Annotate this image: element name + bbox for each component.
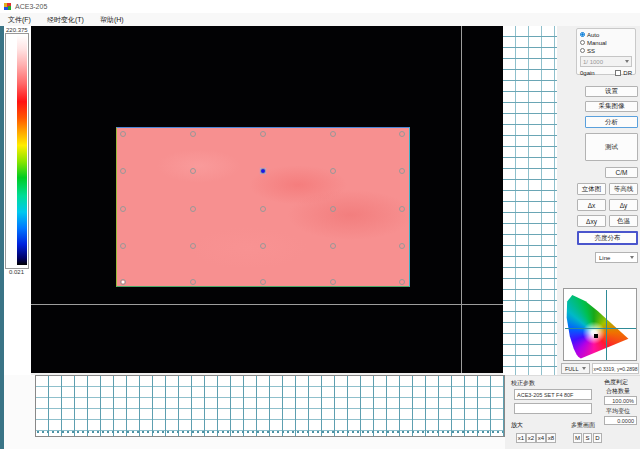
measure-point-marker xyxy=(120,279,126,285)
chroma-judge-label: 色度判定 xyxy=(604,378,628,387)
chevron-down-icon xyxy=(582,367,586,370)
avg-shift-label: 平均变位 xyxy=(606,407,630,416)
section-line-horizontal[interactable] xyxy=(31,304,503,305)
measure-point-marker xyxy=(120,168,126,174)
shutter-speed-value: 1/ 1000 xyxy=(583,59,603,65)
cie-diagram[interactable] xyxy=(563,288,637,361)
calibration-value-field-2[interactable] xyxy=(514,403,592,414)
section-line-vertical[interactable] xyxy=(461,26,462,373)
contour-button[interactable]: 等高线 xyxy=(609,183,638,195)
multi-m-button[interactable]: M xyxy=(573,433,582,443)
bottom-panel: 校正参数 ACE3-205 SET F4 80F 放大 x1 x2 x4 x8 … xyxy=(505,375,640,449)
cie-measured-point xyxy=(594,334,598,338)
avg-shift-value: 0.0000 xyxy=(604,416,637,425)
bottom-grid-ticks xyxy=(37,431,503,433)
colorbar-strip: 220.375 0.021 xyxy=(4,26,31,375)
gain-row: 0gain DR xyxy=(580,70,632,76)
menu-temporal-change[interactable]: 经时变化(T) xyxy=(39,13,92,26)
measure-point-marker xyxy=(330,168,336,174)
window-title: ACE3-205 xyxy=(15,3,47,10)
measure-point-marker xyxy=(330,206,336,212)
delta-y-button[interactable]: Δy xyxy=(609,199,638,211)
side-data-grid xyxy=(503,26,557,375)
capture-image-button[interactable]: 采集图像 xyxy=(585,101,638,112)
measure-point-marker xyxy=(399,168,405,174)
measured-panel-image[interactable] xyxy=(116,127,410,287)
analyze-button[interactable]: 分析 xyxy=(585,116,638,128)
measure-point-marker xyxy=(260,206,266,212)
chevron-down-icon xyxy=(630,256,634,259)
color-temp-button[interactable]: 色温 xyxy=(609,215,638,227)
measure-point-marker xyxy=(190,131,196,137)
zoom-x2-button[interactable]: x2 xyxy=(526,433,536,443)
radio-ss-label: SS xyxy=(587,48,595,54)
radio-row-manual[interactable]: Manual xyxy=(580,39,632,46)
measure-point-marker xyxy=(190,243,196,249)
measure-point-marker xyxy=(190,279,196,285)
radio-ss[interactable] xyxy=(580,48,585,53)
measure-point-marker xyxy=(260,131,266,137)
menu-file[interactable]: 文件(F) xyxy=(0,13,39,26)
zoom-x4-button[interactable]: x4 xyxy=(536,433,546,443)
cie-horseshoe xyxy=(566,290,634,359)
delta-xy-button[interactable]: Δxy xyxy=(577,215,606,227)
measure-point-marker xyxy=(120,243,126,249)
bottom-data-grid[interactable] xyxy=(35,375,505,437)
dr-checkbox[interactable] xyxy=(615,70,621,76)
multi-s-button[interactable]: S xyxy=(583,433,592,443)
settings-button[interactable]: 设置 xyxy=(585,86,638,97)
luminance-distribution-button[interactable]: 亮度分布 xyxy=(577,231,638,245)
zoom-x8-button[interactable]: x8 xyxy=(546,433,556,443)
radio-auto[interactable] xyxy=(580,32,585,37)
exposure-groupbox: Auto Manual SS 1/ 1000 0gain DR xyxy=(576,28,636,75)
measure-point-marker xyxy=(330,243,336,249)
control-panel: Auto Manual SS 1/ 1000 0gain DR 设置 采集图像 … xyxy=(557,26,640,375)
cie-coords-readout: x=0.3319, y=0.2898 xyxy=(592,363,639,374)
gain-label: 0gain xyxy=(580,70,595,76)
calibration-label: 校正参数 xyxy=(511,379,535,388)
menu-bar: 文件(F) 经时变化(T) 帮助(H) xyxy=(0,13,640,27)
radio-row-ss[interactable]: SS xyxy=(580,47,632,54)
measure-point-marker xyxy=(190,168,196,174)
measure-point-marker xyxy=(330,279,336,285)
radio-auto-label: Auto xyxy=(587,32,599,38)
colorbar-gradient xyxy=(17,35,27,265)
measure-point-marker xyxy=(399,206,405,212)
measure-point-marker xyxy=(120,206,126,212)
measure-point-marker xyxy=(399,279,405,285)
shutter-speed-select[interactable]: 1/ 1000 xyxy=(580,56,632,67)
cie-crosshair-vertical xyxy=(606,290,607,360)
measure-point-marker xyxy=(330,131,336,137)
dr-label: DR xyxy=(623,70,632,76)
app-icon xyxy=(4,3,11,10)
stereo-view-button[interactable]: 立体图 xyxy=(577,183,606,195)
cie-crosshair-horizontal xyxy=(565,328,636,329)
title-bar: ACE3-205 xyxy=(0,0,640,14)
line-mode-value: Line xyxy=(599,255,610,261)
measure-point-marker xyxy=(399,131,405,137)
measure-point-marker xyxy=(190,206,196,212)
multi-d-button[interactable]: D xyxy=(593,433,602,443)
cie-range-select[interactable]: FULL xyxy=(561,363,590,374)
radio-manual[interactable] xyxy=(580,40,585,45)
delta-x-button[interactable]: Δx xyxy=(577,199,606,211)
app-window: ACE3-205 文件(F) 经时变化(T) 帮助(H) 220.375 0.0… xyxy=(0,0,640,449)
radio-manual-label: Manual xyxy=(587,40,607,46)
calibration-value-field[interactable]: ACE3-205 SET F4 80F xyxy=(514,389,592,400)
measure-point-marker xyxy=(399,243,405,249)
pass-count-value: 100.00% xyxy=(604,396,637,405)
colorbar xyxy=(5,33,29,269)
line-mode-select[interactable]: Line xyxy=(595,252,638,263)
measure-point-marker xyxy=(120,131,126,137)
radio-row-auto[interactable]: Auto xyxy=(580,31,632,38)
menu-help[interactable]: 帮助(H) xyxy=(92,13,132,26)
measure-point-marker xyxy=(260,279,266,285)
cie-range-value: FULL xyxy=(565,366,578,372)
zoom-x1-button[interactable]: x1 xyxy=(516,433,526,443)
test-button[interactable]: 测试 xyxy=(585,133,638,161)
multi-screen-label: 多重画面 xyxy=(571,421,595,430)
cm-toggle-button[interactable]: C/M xyxy=(605,167,638,178)
pass-count-label: 合格数量 xyxy=(606,387,630,396)
colorbar-min-value: 0.021 xyxy=(9,269,24,275)
image-canvas[interactable] xyxy=(31,26,503,373)
